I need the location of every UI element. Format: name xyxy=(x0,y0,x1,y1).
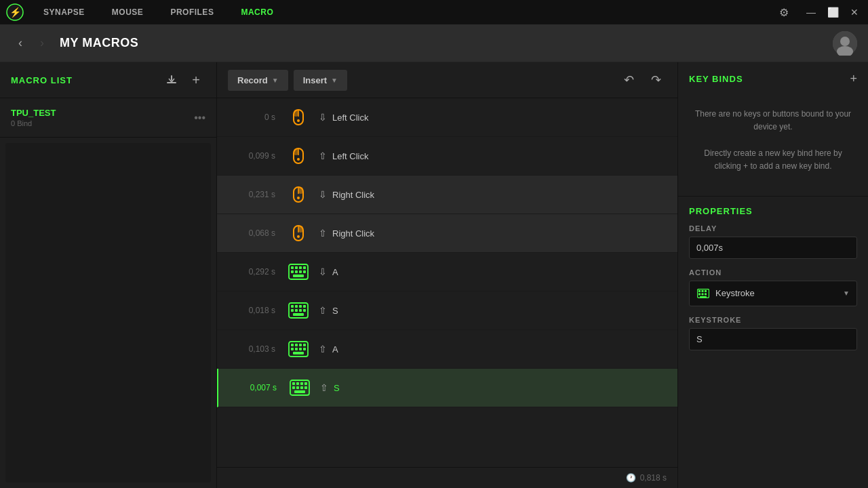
keybinds-section: KEY BINDS + There are no keys or buttons… xyxy=(678,62,868,197)
keybinds-hint-text: Directly create a new key bind here by c… xyxy=(694,147,852,173)
header-bar: ‹ › MY MACROS xyxy=(0,24,868,62)
keystroke-input[interactable] xyxy=(689,328,857,350)
table-row[interactable]: 0,068 s ⇧ Right Click xyxy=(217,214,677,253)
clock-icon: 🕐 xyxy=(626,473,636,483)
delay-label: DELAY xyxy=(689,224,857,232)
action-label: ACTION xyxy=(689,268,857,277)
forward-button[interactable]: › xyxy=(33,34,52,53)
table-row[interactable]: 0,292 s ⇩ A xyxy=(217,253,677,291)
svg-rect-23 xyxy=(297,235,300,238)
svg-rect-49 xyxy=(291,348,294,350)
export-button[interactable] xyxy=(162,70,181,89)
settings-button[interactable]: ⚙ xyxy=(776,4,792,20)
app-logo: ⚡ xyxy=(5,3,24,22)
direction-icon: ⇩ xyxy=(319,189,327,200)
svg-rect-52 xyxy=(303,348,306,350)
svg-rect-70 xyxy=(705,293,707,295)
insert-chevron: ▼ xyxy=(331,77,338,84)
direction-icon: ⇧ xyxy=(319,150,327,161)
macro-list-header: MACRO LIST + xyxy=(0,62,216,98)
table-row[interactable]: 0,231 s ⇩ Right Click xyxy=(217,176,677,214)
add-macro-button[interactable]: + xyxy=(186,70,205,89)
svg-rect-7 xyxy=(171,75,172,81)
table-row[interactable]: 0,099 s ⇧ Left Click xyxy=(217,137,677,176)
preview-area xyxy=(5,143,211,483)
svg-rect-11 xyxy=(297,119,300,122)
table-row[interactable]: 0,007 s ⇧ S xyxy=(217,369,677,407)
maximize-button[interactable]: ⬜ xyxy=(825,4,841,20)
svg-rect-65 xyxy=(698,290,701,292)
nav-profiles[interactable]: PROFILES xyxy=(157,0,227,24)
macro-info: TPU_TEST 0 Bind xyxy=(11,108,56,127)
avatar[interactable] xyxy=(833,31,857,56)
step-time: 0,103 s xyxy=(228,344,275,354)
step-action: A xyxy=(332,267,338,277)
svg-rect-28 xyxy=(303,266,306,269)
record-label: Record xyxy=(237,75,268,85)
svg-rect-22 xyxy=(298,226,303,232)
add-keybind-button[interactable]: + xyxy=(850,72,857,86)
svg-rect-55 xyxy=(292,382,295,385)
redo-button[interactable]: ↷ xyxy=(645,69,667,91)
main-layout: MACRO LIST + TPU_TEST 0 Bind ••• Record xyxy=(0,62,868,488)
macro-list-label: MACRO LIST xyxy=(11,75,157,85)
svg-rect-15 xyxy=(297,158,300,161)
step-action: Right Click xyxy=(332,190,374,200)
step-action: Left Click xyxy=(332,151,368,161)
step-time: 0,099 s xyxy=(228,151,275,161)
undo-button[interactable]: ↶ xyxy=(618,69,639,91)
svg-rect-18 xyxy=(298,187,303,194)
keyboard-icon xyxy=(286,260,311,284)
svg-rect-40 xyxy=(295,309,298,312)
nav-macro[interactable]: MACRO xyxy=(227,0,287,24)
mouse-icon xyxy=(286,105,311,129)
svg-rect-36 xyxy=(295,305,298,308)
svg-rect-41 xyxy=(299,309,302,312)
insert-button[interactable]: Insert ▼ xyxy=(294,70,347,91)
table-row[interactable]: 0,103 s ⇧ A xyxy=(217,330,677,369)
table-row[interactable]: 0 s ⇩ Left Click xyxy=(217,98,677,137)
keybinds-title: KEY BINDS xyxy=(689,74,743,84)
record-chevron: ▼ xyxy=(272,77,279,84)
macro-more-button[interactable]: ••• xyxy=(194,112,205,124)
action-chevron: ▼ xyxy=(843,289,850,297)
step-time: 0,068 s xyxy=(228,228,275,238)
svg-rect-10 xyxy=(294,110,298,117)
nav-mouse[interactable]: MOUSE xyxy=(98,0,157,24)
svg-rect-14 xyxy=(294,148,298,155)
svg-rect-19 xyxy=(297,197,300,199)
direction-icon: ⇧ xyxy=(319,344,327,354)
mouse-icon xyxy=(286,182,311,207)
svg-rect-69 xyxy=(702,293,704,295)
nav-synapse[interactable]: SYNAPSE xyxy=(30,0,98,24)
footer-bar: 🕐 0,818 s xyxy=(217,467,677,488)
direction-icon: ⇧ xyxy=(319,305,327,316)
keystroke-label: KEYSTROKE xyxy=(689,316,857,324)
total-time: 0,818 s xyxy=(640,473,667,483)
step-action: A xyxy=(332,344,338,354)
svg-rect-27 xyxy=(299,266,302,269)
direction-icon: ⇩ xyxy=(319,112,327,123)
svg-rect-56 xyxy=(296,382,299,385)
svg-rect-25 xyxy=(291,266,294,269)
svg-rect-47 xyxy=(299,344,302,346)
svg-rect-59 xyxy=(292,386,295,389)
toolbar: Record ▼ Insert ▼ ↶ ↷ xyxy=(217,62,677,98)
step-time: 0,007 s xyxy=(229,383,277,392)
svg-rect-68 xyxy=(698,293,701,295)
svg-rect-33 xyxy=(293,274,304,277)
minimize-button[interactable]: — xyxy=(803,4,819,20)
svg-rect-61 xyxy=(300,386,303,389)
record-button[interactable]: Record ▼ xyxy=(228,70,288,91)
table-row[interactable]: 0,018 s ⇧ S xyxy=(217,291,677,330)
macro-item[interactable]: TPU_TEST 0 Bind ••• xyxy=(0,98,216,138)
svg-rect-60 xyxy=(296,386,299,389)
svg-rect-38 xyxy=(303,305,306,308)
keybinds-empty: There are no keys or buttons bound to yo… xyxy=(689,94,857,186)
close-button[interactable]: ✕ xyxy=(846,4,863,20)
back-button[interactable]: ‹ xyxy=(11,34,30,53)
svg-rect-46 xyxy=(295,344,298,346)
delay-input[interactable] xyxy=(689,237,857,259)
svg-point-4 xyxy=(840,37,850,46)
action-select[interactable]: Keystroke ▼ xyxy=(689,281,857,306)
